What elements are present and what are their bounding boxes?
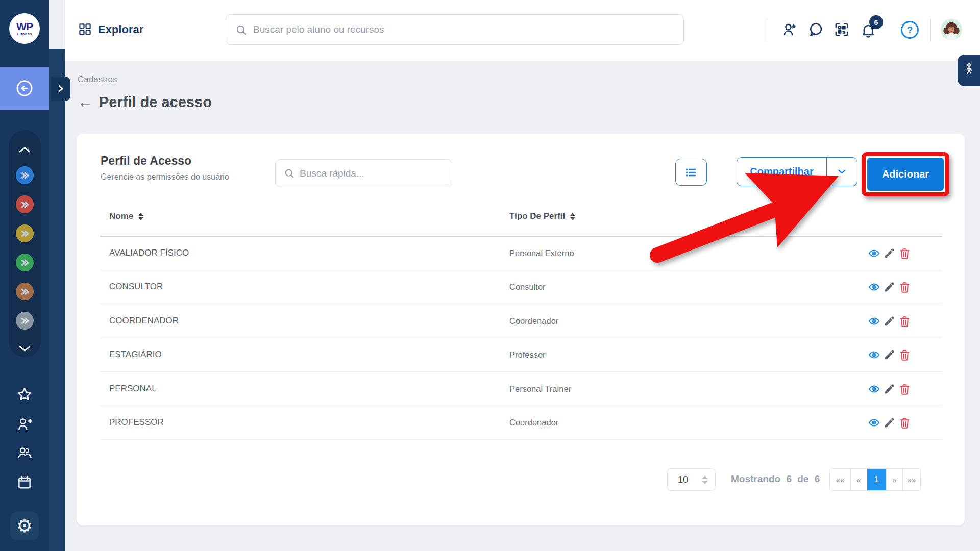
qr-scanner-icon[interactable] xyxy=(834,22,849,37)
last-page-button[interactable]: »» xyxy=(902,469,920,490)
chevron-down-icon xyxy=(838,169,846,174)
row-actions xyxy=(868,383,911,395)
search-icon xyxy=(284,168,295,179)
table-row: PERSONAL Personal Trainer xyxy=(100,372,942,406)
help-glyph: ? xyxy=(907,24,913,36)
calendar-icon[interactable] xyxy=(17,474,32,490)
chevron-up-icon[interactable] xyxy=(18,146,31,155)
delete-icon[interactable] xyxy=(899,417,911,429)
app-shortcut-5[interactable] xyxy=(16,283,34,300)
explore-button[interactable]: Explorar xyxy=(78,22,143,36)
annotation-highlight-frame: Adicionar xyxy=(862,152,949,196)
card-title: Perfil de Acesso xyxy=(101,154,191,168)
table-row: ESTAGIÁRIO Professor xyxy=(100,338,942,372)
showing-count-label: Mostrando 6 de 6 xyxy=(731,473,820,485)
users-icon[interactable] xyxy=(17,445,32,460)
circle-arrow-left-icon xyxy=(15,79,34,97)
profile-name: AVALIADOR FÍSICO xyxy=(109,248,189,258)
view-icon[interactable] xyxy=(868,383,880,395)
share-split-button: Compartilhar xyxy=(737,157,857,186)
header-divider xyxy=(930,19,931,41)
global-search-input[interactable] xyxy=(253,24,674,35)
app-shortcut-1[interactable] xyxy=(16,166,34,184)
column-header-nome[interactable]: Nome xyxy=(109,211,143,221)
profile-type: Consultor xyxy=(509,282,546,292)
page-size-value: 10 xyxy=(678,474,688,485)
share-button[interactable]: Compartilhar xyxy=(737,158,826,186)
view-icon[interactable] xyxy=(868,281,880,293)
star-icon[interactable] xyxy=(17,387,32,402)
delete-icon[interactable] xyxy=(899,247,911,259)
user-avatar[interactable] xyxy=(941,19,962,40)
list-icon xyxy=(684,165,698,180)
table-row: COORDENADOR Coordenador xyxy=(100,305,942,338)
invite-user-icon[interactable] xyxy=(782,22,797,37)
prev-page-button[interactable]: « xyxy=(850,469,867,490)
explore-label: Explorar xyxy=(98,23,143,36)
gear-icon: ⚙ xyxy=(16,517,33,535)
edit-icon[interactable] xyxy=(884,417,895,429)
first-page-button[interactable]: «« xyxy=(830,469,850,490)
profile-name: CONSULTOR xyxy=(109,282,163,292)
profile-type: Personal Trainer xyxy=(509,384,571,394)
page-size-select[interactable]: 10 xyxy=(667,468,716,491)
current-page-button[interactable]: 1 xyxy=(867,469,886,490)
row-actions xyxy=(868,281,911,293)
app-shortcut-3[interactable] xyxy=(16,224,34,242)
quick-search-input[interactable] xyxy=(300,168,444,179)
app-shortcut-2[interactable] xyxy=(16,195,34,213)
sort-icon xyxy=(570,213,575,220)
edit-icon[interactable] xyxy=(884,247,895,259)
column-label: Tipo De Perfil xyxy=(509,211,565,221)
delete-icon[interactable] xyxy=(899,315,911,327)
logo-text-bottom: Fitness xyxy=(17,32,32,36)
edit-icon[interactable] xyxy=(884,383,895,395)
chevron-down-icon[interactable] xyxy=(18,345,31,354)
logo-text-top: WP xyxy=(16,21,33,32)
table-row: AVALIADOR FÍSICO Personal Externo xyxy=(100,237,942,270)
row-actions xyxy=(868,247,911,259)
back-button[interactable]: ← xyxy=(78,93,93,111)
sort-icon xyxy=(138,213,143,220)
profile-type: Personal Externo xyxy=(509,248,574,258)
view-icon[interactable] xyxy=(868,315,880,327)
share-dropdown-toggle[interactable] xyxy=(826,158,857,186)
help-icon[interactable]: ? xyxy=(901,21,919,39)
app-shortcut-4[interactable] xyxy=(16,254,34,271)
view-icon[interactable] xyxy=(868,247,880,259)
view-icon[interactable] xyxy=(868,417,880,429)
stepper-icon[interactable] xyxy=(702,475,708,484)
app-shortcuts-panel xyxy=(9,130,41,357)
delete-icon[interactable] xyxy=(899,349,911,361)
edit-icon[interactable] xyxy=(884,349,895,361)
edit-icon[interactable] xyxy=(884,315,895,327)
accessibility-tab[interactable] xyxy=(958,55,980,86)
add-user-icon[interactable] xyxy=(17,416,32,432)
expand-sidebar-tab[interactable] xyxy=(51,77,70,101)
share-label: Compartilhar xyxy=(750,166,813,178)
delete-icon[interactable] xyxy=(899,383,911,395)
profile-name: PROFESSOR xyxy=(109,417,164,428)
edit-icon[interactable] xyxy=(884,281,895,293)
delete-icon[interactable] xyxy=(899,281,911,293)
column-header-tipo[interactable]: Tipo De Perfil xyxy=(509,211,575,221)
app-shortcut-6[interactable] xyxy=(16,312,34,330)
quick-search xyxy=(275,159,452,187)
collapse-sidebar-button[interactable] xyxy=(0,67,49,110)
settings-button[interactable]: ⚙ xyxy=(10,512,39,540)
pagination-controls: «« « 1 » »» xyxy=(829,468,921,491)
walking-person-icon xyxy=(963,63,975,78)
grid-icon xyxy=(78,22,92,36)
chevron-right-icon xyxy=(58,85,64,93)
add-button[interactable]: Adicionar xyxy=(867,158,944,191)
table-row: PROFESSOR Coordenador xyxy=(100,406,942,440)
page-title: Perfil de acesso xyxy=(99,94,212,111)
card-subtitle: Gerencie as permissões do usuário xyxy=(101,172,229,182)
profile-type: Professor xyxy=(509,350,546,360)
next-page-button[interactable]: » xyxy=(886,469,902,490)
view-icon[interactable] xyxy=(868,349,880,361)
breadcrumb: Cadastros xyxy=(78,74,117,85)
sidebar: WP Fitness xyxy=(0,0,49,551)
chat-icon[interactable] xyxy=(808,22,823,37)
list-view-button[interactable] xyxy=(675,159,707,186)
